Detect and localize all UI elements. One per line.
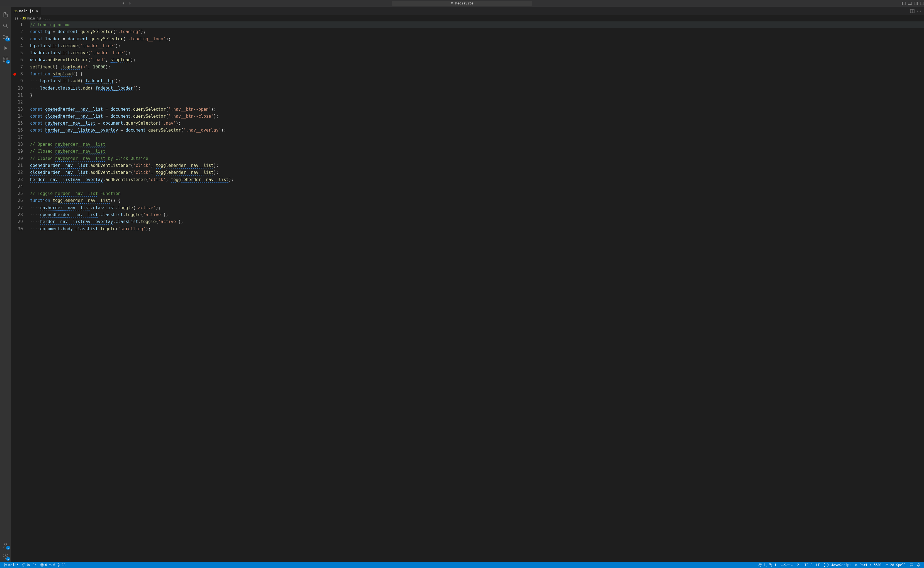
search-icon [451,2,454,5]
back-arrow-icon[interactable] [121,2,125,5]
status-problems[interactable]: 0 0 28 [38,563,67,567]
svg-rect-5 [908,4,912,5]
svg-line-10 [6,27,8,29]
more-actions-icon[interactable] [917,9,921,14]
line-numbers: 1234567891011121314151617181920212223242… [11,21,29,562]
settings-icon[interactable]: 1 [0,551,11,562]
sync-icon [22,563,26,567]
debug-icon[interactable] [0,42,11,54]
status-spell[interactable]: 28 Spell [883,563,908,568]
tabs-bar: JS main.js × [11,7,924,15]
editor[interactable]: 1234567891011121314151617181920212223242… [11,21,924,562]
accounts-badge: 1 [6,546,10,550]
broadcast-icon [855,563,859,567]
code-content[interactable]: // loading-animeconst bg = document.quer… [29,21,924,562]
svg-point-26 [4,565,5,566]
status-branch[interactable]: main* [2,563,20,567]
warning-icon [48,563,52,567]
status-encoding[interactable]: UTF-8 [801,563,814,568]
search-label: MediaSite [455,2,473,5]
nav-arrows [121,2,132,5]
status-port[interactable]: Port : 5501 [853,563,883,568]
branch-icon [3,563,7,567]
js-file-icon: JS [22,17,26,20]
warning-icon [885,563,889,567]
status-position[interactable]: 行 1、列 1 [757,563,778,568]
extensions-badge: 1 [6,60,10,64]
scm-icon[interactable]: 12 [0,32,11,42]
activitybar: 12 1 1 1 [0,7,11,562]
layout-bottom-icon[interactable] [908,2,912,5]
layout-left-icon[interactable] [902,2,906,5]
breadcrumb-symbol[interactable]: ... [45,17,51,20]
error-icon [40,563,44,567]
svg-line-1 [452,4,453,5]
svg-rect-17 [6,57,8,59]
svg-point-9 [4,24,7,27]
layout-right-icon[interactable] [914,2,918,5]
search-activity-icon[interactable] [0,20,11,32]
command-search[interactable]: MediaSite [392,1,532,6]
explorer-icon[interactable] [0,9,11,20]
extensions-icon[interactable]: 1 [0,54,11,65]
breadcrumb-file[interactable]: main.js [27,17,41,20]
svg-rect-8 [920,2,924,5]
status-indent[interactable]: スペース: 2 [778,563,801,568]
svg-point-34 [856,564,857,565]
status-language[interactable]: { }JavaScript [821,563,853,568]
settings-badge: 1 [6,557,10,561]
svg-point-12 [3,38,5,39]
status-bell[interactable] [915,563,922,568]
breadcrumb-folder[interactable]: js [15,17,18,20]
layout-full-icon[interactable] [920,2,924,5]
breadcrumbs[interactable]: js › JS main.js › ... [11,15,924,21]
titlebar: MediaSite [0,0,924,7]
svg-rect-3 [902,2,903,5]
svg-point-25 [4,563,5,564]
feedback-icon [909,563,913,567]
accounts-icon[interactable]: 1 [0,539,11,551]
status-feedback[interactable] [908,563,915,568]
svg-rect-14 [3,57,5,59]
svg-point-22 [917,11,918,12]
breakpoint-icon[interactable] [14,73,16,76]
scm-badge: 12 [5,38,10,41]
svg-rect-7 [917,2,918,5]
forward-arrow-icon[interactable] [128,2,132,5]
svg-point-19 [5,556,6,557]
status-sync[interactable]: 0↓ 1↑ [20,563,38,567]
bell-icon [917,563,921,567]
js-file-icon: JS [14,9,18,13]
tab-mainjs[interactable]: JS main.js × [11,7,41,15]
split-editor-icon[interactable] [910,9,915,14]
tab-label: main.js [19,9,33,13]
svg-point-18 [5,543,6,545]
statusbar: main* 0↓ 1↑ 0 0 28 行 1、列 1 スペース: 2 UTF-8… [0,562,924,568]
svg-point-27 [6,564,7,565]
status-eol[interactable]: LF [814,563,821,568]
svg-point-24 [920,11,921,12]
svg-rect-15 [3,60,5,62]
svg-point-0 [451,2,453,4]
svg-point-23 [919,11,919,12]
tab-close-icon[interactable]: × [36,9,38,13]
layout-icons [902,2,924,5]
info-icon [56,563,60,567]
svg-point-11 [3,35,5,36]
